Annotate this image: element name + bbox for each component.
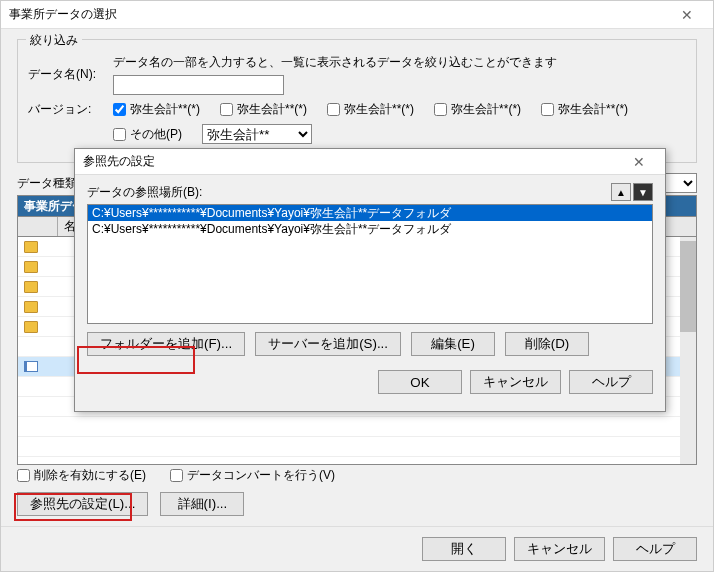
modal-help-button[interactable]: ヘルプ bbox=[569, 370, 653, 394]
other-combo[interactable]: 弥生会計** bbox=[202, 124, 312, 144]
modal-close-icon[interactable]: ✕ bbox=[621, 154, 657, 170]
folder-icon bbox=[24, 281, 38, 293]
scrollbar[interactable] bbox=[680, 237, 696, 464]
delete-button[interactable]: 削除(D) bbox=[505, 332, 589, 356]
move-up-button[interactable]: ▲ bbox=[611, 183, 631, 201]
folder-icon bbox=[24, 321, 38, 333]
table-row[interactable] bbox=[18, 437, 696, 457]
main-titlebar: 事業所データの選択 ✕ bbox=[1, 1, 713, 29]
version-check-3[interactable]: 弥生会計**(*) bbox=[434, 101, 521, 118]
cancel-button[interactable]: キャンセル bbox=[514, 537, 605, 561]
list-item[interactable]: C:¥Users¥***********¥Documents¥Yayoi¥弥生会… bbox=[88, 221, 652, 237]
modal-title: 参照先の設定 bbox=[83, 153, 621, 170]
ref-settings-button[interactable]: 参照先の設定(L)... bbox=[17, 492, 148, 516]
version-check-4[interactable]: 弥生会計**(*) bbox=[541, 101, 628, 118]
other-check[interactable]: その他(P) bbox=[113, 126, 182, 143]
list-label: データの参照場所(B): bbox=[87, 184, 202, 201]
version-check-1[interactable]: 弥生会計**(*) bbox=[220, 101, 307, 118]
close-icon[interactable]: ✕ bbox=[669, 7, 705, 23]
help-button[interactable]: ヘルプ bbox=[613, 537, 697, 561]
add-folder-button[interactable]: フォルダーを追加(F)... bbox=[87, 332, 245, 356]
version-label: バージョン: bbox=[28, 101, 113, 118]
modal-cancel-button[interactable]: キャンセル bbox=[470, 370, 561, 394]
list-item[interactable]: C:¥Users¥***********¥Documents¥Yayoi¥弥生会… bbox=[88, 205, 652, 221]
filter-fieldset: 絞り込み データ名(N): データ名の一部を入力すると、一覧に表示されるデータを… bbox=[17, 39, 697, 163]
dataname-input[interactable] bbox=[113, 75, 284, 95]
modal-titlebar: 参照先の設定 ✕ bbox=[75, 149, 665, 175]
main-title: 事業所データの選択 bbox=[9, 6, 669, 23]
add-server-button[interactable]: サーバーを追加(S)... bbox=[255, 332, 401, 356]
version-check-2[interactable]: 弥生会計**(*) bbox=[327, 101, 414, 118]
detail-button[interactable]: 詳細(I)... bbox=[160, 492, 244, 516]
filter-legend: 絞り込み bbox=[26, 32, 82, 49]
folder-icon bbox=[24, 241, 38, 253]
edit-button[interactable]: 編集(E) bbox=[411, 332, 495, 356]
ref-settings-dialog: 参照先の設定 ✕ データの参照場所(B): ▲ ▼ C:¥Users¥*****… bbox=[74, 148, 666, 412]
open-button[interactable]: 開く bbox=[422, 537, 506, 561]
filter-hint: データ名の一部を入力すると、一覧に表示されるデータを絞り込むことができます bbox=[113, 54, 686, 71]
delete-enable-check[interactable]: 削除を有効にする(E) bbox=[17, 467, 146, 484]
version-check-0[interactable]: 弥生会計**(*) bbox=[113, 101, 200, 118]
folder-icon bbox=[24, 261, 38, 273]
folder-icon bbox=[24, 301, 38, 313]
ok-button[interactable]: OK bbox=[378, 370, 462, 394]
table-row[interactable] bbox=[18, 417, 696, 437]
dataname-label: データ名(N): bbox=[28, 66, 113, 83]
move-down-button[interactable]: ▼ bbox=[633, 183, 653, 201]
convert-check[interactable]: データコンバートを行う(V) bbox=[170, 467, 335, 484]
book-icon bbox=[24, 361, 38, 372]
path-listbox[interactable]: C:¥Users¥***********¥Documents¥Yayoi¥弥生会… bbox=[87, 204, 653, 324]
